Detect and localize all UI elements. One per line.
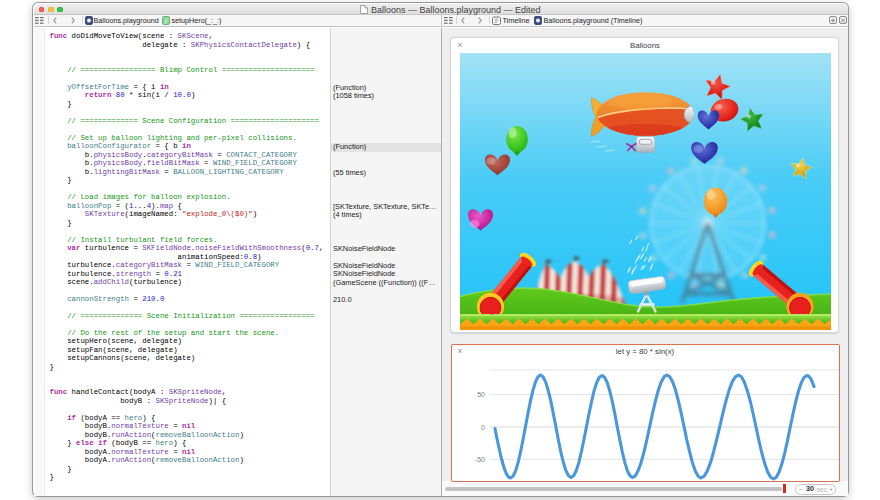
svg-text:-50: -50 [474,455,484,462]
svg-text:0: 0 [481,423,485,430]
svg-text:50: 50 [477,391,485,398]
